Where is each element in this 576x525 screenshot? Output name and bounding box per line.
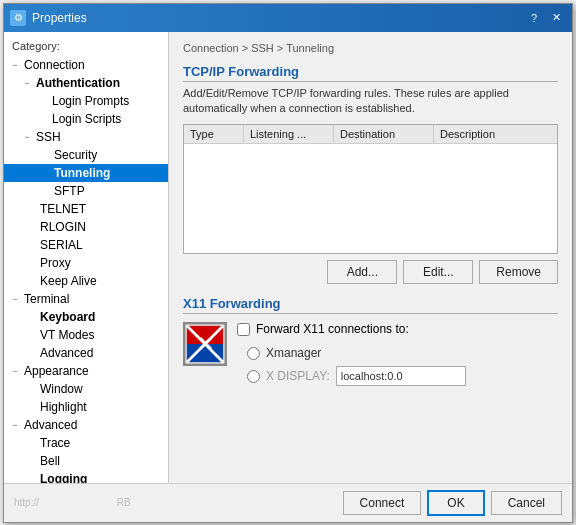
edit-button[interactable]: Edit... xyxy=(403,260,473,284)
tcpip-description: Add/Edit/Remove TCP/IP forwarding rules.… xyxy=(183,86,558,117)
sidebar-item-ssh[interactable]: − SSH xyxy=(4,128,168,146)
sidebar-item-label: Window xyxy=(38,381,85,397)
sidebar-item-label: SERIAL xyxy=(38,237,85,253)
breadcrumb: Connection > SSH > Tunneling xyxy=(183,42,558,54)
sidebar-item-label: SFTP xyxy=(52,183,87,199)
toggle-icon: − xyxy=(8,420,22,430)
sidebar-item-label: Proxy xyxy=(38,255,73,271)
sidebar-item-label: SSH xyxy=(34,129,63,145)
x11-icon xyxy=(183,322,227,366)
xdisplay-label: X DISPLAY: xyxy=(266,369,330,383)
svg-rect-1 xyxy=(187,326,223,344)
sidebar-item-label: Logging xyxy=(38,471,89,483)
sidebar-item-bell[interactable]: Bell xyxy=(4,452,168,470)
sidebar-item-logging[interactable]: Logging xyxy=(4,470,168,483)
sidebar-item-label: Advanced xyxy=(22,417,79,433)
sidebar-item-label: Connection xyxy=(22,57,87,73)
toggle-icon: − xyxy=(20,78,34,88)
sidebar-item-label: Login Scripts xyxy=(50,111,123,127)
title-bar-buttons: ? ✕ xyxy=(524,9,566,27)
toggle-icon: − xyxy=(8,60,22,70)
toggle-icon: − xyxy=(20,132,34,142)
sidebar-item-tunneling[interactable]: Tunneling xyxy=(4,164,168,182)
sidebar-item-serial[interactable]: SERIAL xyxy=(4,236,168,254)
sidebar-item-label: Authentication xyxy=(34,75,122,91)
sidebar-item-keyboard[interactable]: Keyboard xyxy=(4,308,168,326)
sidebar-item-window[interactable]: Window xyxy=(4,380,168,398)
close-button[interactable]: ✕ xyxy=(546,9,566,27)
sidebar-item-label: Keep Alive xyxy=(38,273,99,289)
sidebar-item-label: Trace xyxy=(38,435,72,451)
sidebar-item-login-prompts[interactable]: Login Prompts xyxy=(4,92,168,110)
sidebar-item-terminal[interactable]: − Terminal xyxy=(4,290,168,308)
sidebar-item-label: TELNET xyxy=(38,201,88,217)
xmanager-label: Xmanager xyxy=(266,346,321,360)
sidebar-item-login-scripts[interactable]: Login Scripts xyxy=(4,110,168,128)
sidebar-item-advanced[interactable]: − Advanced xyxy=(4,416,168,434)
x11-content: Forward X11 connections to: Xmanager X D… xyxy=(183,322,558,386)
xmanager-row: Xmanager xyxy=(237,346,466,360)
forward-x11-row: Forward X11 connections to: xyxy=(237,322,466,336)
sidebar-item-label: VT Modes xyxy=(38,327,96,343)
xdisplay-row: X DISPLAY: xyxy=(237,366,466,386)
col-listening: Listening ... xyxy=(244,125,334,143)
main-panel: Connection > SSH > Tunneling TCP/IP Forw… xyxy=(169,32,572,483)
sidebar-item-label: Terminal xyxy=(22,291,71,307)
tcpip-buttons: Add... Edit... Remove xyxy=(183,260,558,284)
sidebar-item-connection[interactable]: − Connection xyxy=(4,56,168,74)
sidebar-item-label: Security xyxy=(52,147,99,163)
xmanager-radio[interactable] xyxy=(247,347,260,360)
sidebar-item-label: Bell xyxy=(38,453,62,469)
window-title: Properties xyxy=(32,11,524,25)
xdisplay-input[interactable] xyxy=(336,366,466,386)
help-button[interactable]: ? xyxy=(524,9,544,27)
sidebar-item-sftp[interactable]: SFTP xyxy=(4,182,168,200)
add-button[interactable]: Add... xyxy=(327,260,397,284)
toggle-icon: − xyxy=(8,366,22,376)
title-bar: ⚙ Properties ? ✕ xyxy=(4,4,572,32)
sidebar: Category: − Connection − Authentication … xyxy=(4,32,169,483)
sidebar-item-label: Highlight xyxy=(38,399,89,415)
forward-x11-checkbox[interactable] xyxy=(237,323,250,336)
x11-options: Forward X11 connections to: Xmanager X D… xyxy=(237,322,466,386)
sidebar-item-highlight[interactable]: Highlight xyxy=(4,398,168,416)
sidebar-item-label: Login Prompts xyxy=(50,93,131,109)
table-body xyxy=(184,144,557,244)
tcpip-section-title: TCP/IP Forwarding xyxy=(183,64,558,82)
toggle-icon: − xyxy=(8,294,22,304)
forward-x11-label: Forward X11 connections to: xyxy=(256,322,409,336)
sidebar-item-trace[interactable]: Trace xyxy=(4,434,168,452)
ok-button[interactable]: OK xyxy=(427,490,484,516)
svg-rect-2 xyxy=(187,344,223,362)
category-label: Category: xyxy=(4,38,168,56)
sidebar-item-label: Tunneling xyxy=(52,165,112,181)
xdisplay-radio[interactable] xyxy=(247,370,260,383)
connect-button[interactable]: Connect xyxy=(343,491,422,515)
content-area: Category: − Connection − Authentication … xyxy=(4,32,572,483)
forwarding-table: Type Listening ... Destination Descripti… xyxy=(183,124,558,254)
col-type: Type xyxy=(184,125,244,143)
col-destination: Destination xyxy=(334,125,434,143)
sidebar-item-security[interactable]: Security xyxy=(4,146,168,164)
remove-button[interactable]: Remove xyxy=(479,260,558,284)
window-icon: ⚙ xyxy=(10,10,26,26)
sidebar-item-label: Keyboard xyxy=(38,309,97,325)
sidebar-item-vtmodes[interactable]: VT Modes xyxy=(4,326,168,344)
sidebar-item-appearance[interactable]: − Appearance xyxy=(4,362,168,380)
table-header: Type Listening ... Destination Descripti… xyxy=(184,125,557,144)
sidebar-item-keepalive[interactable]: Keep Alive xyxy=(4,272,168,290)
cancel-button[interactable]: Cancel xyxy=(491,491,562,515)
sidebar-item-rlogin[interactable]: RLOGIN xyxy=(4,218,168,236)
col-description: Description xyxy=(434,125,557,143)
footer: http:// RB Connect OK Cancel xyxy=(4,483,572,522)
sidebar-item-proxy[interactable]: Proxy xyxy=(4,254,168,272)
sidebar-item-authentication[interactable]: − Authentication xyxy=(4,74,168,92)
sidebar-item-label: RLOGIN xyxy=(38,219,88,235)
sidebar-item-advanced-terminal[interactable]: Advanced xyxy=(4,344,168,362)
sidebar-item-label: Appearance xyxy=(22,363,91,379)
watermark: http:// RB xyxy=(14,497,337,508)
sidebar-item-telnet[interactable]: TELNET xyxy=(4,200,168,218)
x11-section-title: X11 Forwarding xyxy=(183,296,558,314)
properties-window: ⚙ Properties ? ✕ Category: − Connection … xyxy=(3,3,573,523)
sidebar-item-label: Advanced xyxy=(38,345,95,361)
